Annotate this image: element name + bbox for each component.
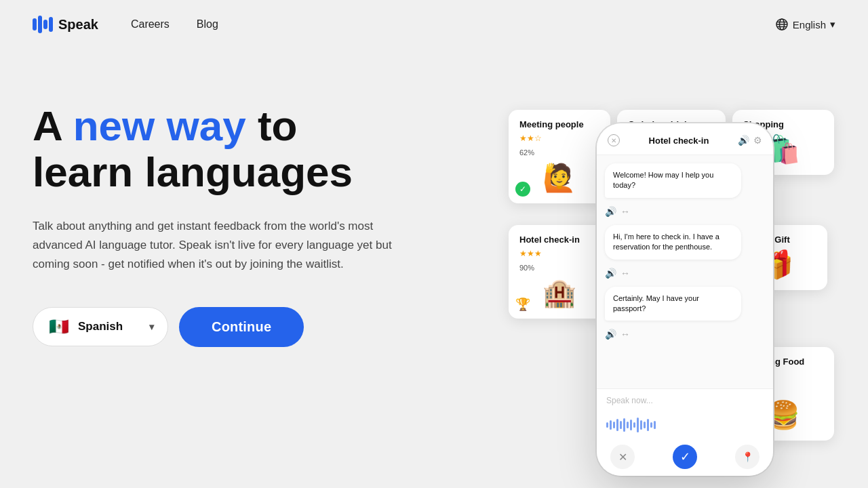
wave-bar [620,421,622,429]
chat-actions-3: 🔊 ↔ [605,327,765,341]
chat-actions-1: 🔊 ↔ [605,205,765,218]
chat-actions-2: 🔊 ↔ [605,266,765,280]
wave-bar [654,421,656,429]
dismiss-button[interactable]: ✕ [610,445,635,469]
phone-input-placeholder[interactable]: Speak now... [606,396,764,405]
nav-careers[interactable]: Careers [131,18,170,30]
speaker-icon: 🔊 [738,135,749,146]
speaker-small-icon-2: 🔊 [605,268,616,279]
chat-bubble-3: Certainly. May I have your passport? [605,287,741,321]
headline-accent: new way [73,102,246,149]
selected-language: Spanish [78,320,123,333]
language-switcher[interactable]: English ▾ [775,18,835,31]
hero-illustration: Meeting people ★★☆ 62% 🙋 ✓ Ordering drin… [502,103,868,488]
wave-bar [650,422,652,428]
translate-icon-3: ↔ [620,329,630,340]
chat-text-3: Certainly. May I have your passport? [613,294,699,312]
pin-button[interactable]: 📍 [735,445,760,469]
card-emoji-hotel: 🏨 [519,277,599,309]
chevron-down-icon: ▾ [830,18,835,30]
card-pct-meeting: 62% [519,148,599,157]
headline-a: A [33,102,73,149]
translate-icon-2: ↔ [620,268,630,279]
chat-bubble-1: Welcome! How may I help you today? [605,163,741,198]
hero-left: A new way tolearn languages Talk about a… [33,89,507,347]
cta-row: 🇲🇽 Spanish ▾ Continue [33,307,507,347]
language-selector[interactable]: 🇲🇽 Spanish ▾ [33,307,168,346]
logo-bar-2 [38,16,42,33]
chat-bubble-2: Hi, I'm here to check in. I have a reser… [605,225,741,260]
wave-bar [630,420,632,430]
wave-bar [616,419,618,431]
card-pct-hotel: 90% [519,264,599,272]
hero-subtext: Talk about anything and get instant feed… [33,217,399,274]
topic-card-hotel: Hotel check-in ★★★ 90% 🏨 🏆 [509,225,610,319]
chat-text-1: Welcome! How may I help you today? [613,171,713,189]
logo-icon [33,16,53,33]
card-stars-meeting: ★★☆ [519,134,599,143]
flag-icon: 🇲🇽 [47,314,71,339]
translate-icon: ↔ [620,206,630,217]
wave-bar [623,418,625,432]
check-badge-meeting: ✓ [515,182,530,197]
phone-title: Hotel check-in [625,136,732,146]
trophy-icon: 🏆 [515,297,530,312]
card-emoji-meeting: 🙋 [519,162,599,194]
wave-bar [644,422,646,428]
wave-bar [610,420,612,430]
topic-card-meeting: Meeting people ★★☆ 62% 🙋 ✓ [509,110,610,203]
audio-waveform [597,412,773,438]
wave-bar [606,422,608,428]
main-content: A new way tolearn languages Talk about a… [0,49,868,347]
wave-bar [637,418,639,432]
phone-mockup: ✕ Hotel check-in 🔊 ⚙ Welcome! How may I … [597,123,773,476]
phone-header: ✕ Hotel check-in 🔊 ⚙ [597,123,773,155]
wave-bar [640,420,642,430]
wave-bar [613,422,615,428]
wave-bar [627,422,629,428]
globe-icon [775,18,789,31]
close-icon: ✕ [608,134,620,146]
nav-links: Careers Blog [131,18,218,30]
wave-bar [633,422,635,428]
speaker-small-icon: 🔊 [605,206,616,217]
logo-bar-4 [49,17,53,32]
chat-text-2: Hi, I'm here to check in. I have a reser… [613,232,719,251]
card-title-meeting: Meeting people [519,119,599,129]
wave-bar [647,419,649,431]
logo-text: Speak [58,17,98,33]
chevron-icon: ▾ [149,321,154,332]
phone-input-bar: Speak now... [597,388,773,412]
card-title-hotel: Hotel check-in [519,235,599,245]
phone-bottom-controls: ✕ ✓ 📍 [597,438,773,476]
logo-bar-3 [43,20,47,29]
logo-bar-1 [33,18,37,30]
headline: A new way tolearn languages [33,103,507,195]
phone-header-icons: 🔊 ⚙ [738,135,762,146]
confirm-button[interactable]: ✓ [673,445,697,469]
speaker-small-icon-3: 🔊 [605,329,616,340]
phone-chat: Welcome! How may I help you today? 🔊 ↔ H… [597,155,773,388]
language-label: English [793,19,826,30]
continue-button[interactable]: Continue [179,307,304,347]
card-stars-hotel: ★★★ [519,249,599,258]
navbar: Speak Careers Blog English ▾ [0,0,868,49]
nav-blog[interactable]: Blog [197,18,218,30]
logo[interactable]: Speak [33,16,98,33]
settings-icon: ⚙ [753,135,762,146]
